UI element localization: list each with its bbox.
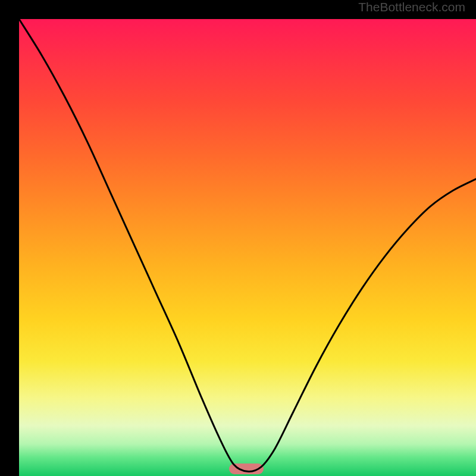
plot-area bbox=[19, 19, 476, 476]
watermark-text: TheBottleneck.com bbox=[358, 0, 465, 14]
bottleneck-curve bbox=[19, 19, 476, 476]
chart-frame bbox=[10, 10, 466, 466]
